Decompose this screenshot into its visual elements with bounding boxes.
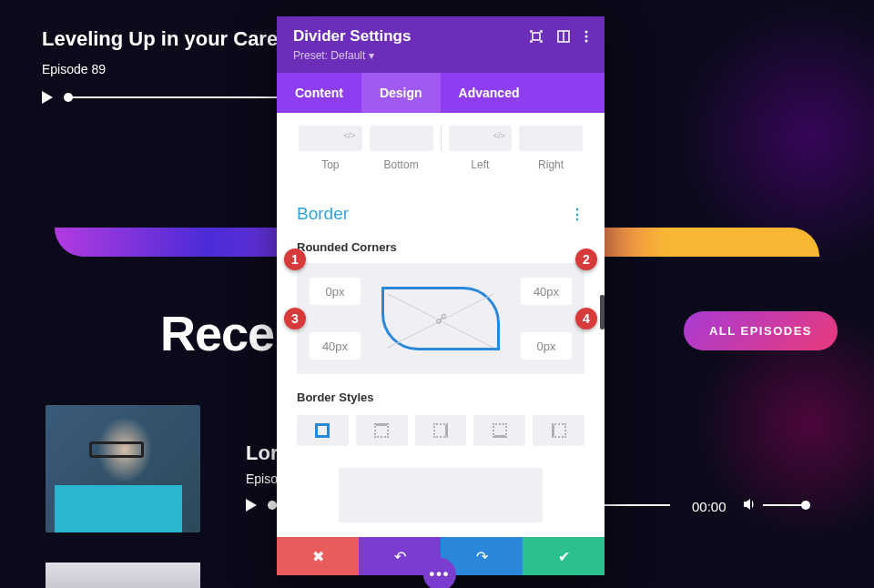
play-icon[interactable] bbox=[246, 499, 257, 512]
spacing-inputs: </> Top Bottom </> Left Right bbox=[297, 126, 584, 171]
volume-track[interactable] bbox=[763, 504, 807, 506]
border-style-top[interactable] bbox=[356, 415, 408, 446]
callout-badge-4: 4 bbox=[575, 308, 597, 329]
corner-top-right-input[interactable] bbox=[521, 278, 572, 305]
all-episodes-button[interactable]: ALL EPISODES bbox=[684, 311, 838, 350]
spacing-top-input[interactable]: </> bbox=[299, 126, 362, 151]
spacing-left-input[interactable]: </> bbox=[449, 126, 513, 151]
episode-thumbnail[interactable] bbox=[46, 405, 200, 532]
episode-title: Lor bbox=[246, 441, 278, 465]
episode-number: Episode 89 bbox=[42, 62, 106, 76]
spacing-label: Bottom bbox=[370, 158, 433, 171]
corners-preview: ⚯ bbox=[381, 287, 500, 350]
border-style-right[interactable] bbox=[415, 415, 467, 446]
spacing-label: Right bbox=[519, 158, 583, 171]
scrollbar[interactable] bbox=[600, 295, 605, 329]
border-style-bottom[interactable] bbox=[473, 415, 525, 446]
play-icon[interactable] bbox=[42, 91, 53, 104]
svg-rect-0 bbox=[533, 33, 540, 40]
spacing-label: Top bbox=[299, 158, 362, 171]
volume-knob[interactable] bbox=[801, 501, 810, 510]
save-button[interactable]: ✔ bbox=[523, 537, 605, 575]
callout-badge-2: 2 bbox=[575, 248, 597, 270]
tab-design[interactable]: Design bbox=[361, 73, 441, 113]
border-styles-row bbox=[297, 415, 584, 446]
corner-bottom-left-input[interactable] bbox=[310, 332, 361, 360]
column-icon[interactable] bbox=[557, 30, 570, 43]
progress-knob[interactable] bbox=[64, 93, 73, 102]
rounded-corners-label: Rounded Corners bbox=[297, 240, 584, 254]
border-style-all[interactable] bbox=[297, 415, 349, 446]
expand-icon[interactable] bbox=[530, 30, 543, 43]
border-section-title[interactable]: Border bbox=[297, 204, 349, 224]
corner-top-left-input[interactable] bbox=[310, 278, 361, 305]
divider-settings-modal: Divider Settings Preset: Default ▾ Conte… bbox=[277, 16, 605, 575]
volume-icon[interactable] bbox=[742, 497, 757, 512]
modal-body: </> Top Bottom </> Left Right Border ⋮ R… bbox=[277, 113, 605, 537]
callout-badge-1: 1 bbox=[284, 248, 306, 270]
modal-tabs: Content Design Advanced bbox=[277, 73, 605, 113]
svg-point-5 bbox=[585, 40, 588, 43]
corner-bottom-right-input[interactable] bbox=[521, 332, 572, 360]
modal-title: Divider Settings bbox=[293, 27, 411, 46]
spacing-right-input[interactable] bbox=[519, 126, 583, 151]
spacing-bottom-input[interactable] bbox=[370, 126, 433, 151]
callout-badge-3: 3 bbox=[284, 308, 306, 329]
tab-advanced[interactable]: Advanced bbox=[441, 73, 538, 113]
progress-knob[interactable] bbox=[268, 501, 277, 510]
svg-point-3 bbox=[585, 31, 588, 34]
cancel-button[interactable]: ✖ bbox=[277, 537, 359, 575]
episode-subtitle: Episo bbox=[246, 471, 278, 486]
tab-content[interactable]: Content bbox=[277, 73, 361, 113]
spacing-label: Left bbox=[449, 158, 513, 171]
border-styles-label: Border Styles bbox=[297, 390, 584, 404]
more-icon[interactable] bbox=[584, 30, 588, 43]
preset-dropdown[interactable]: Preset: Default ▾ bbox=[293, 49, 588, 62]
border-style-left[interactable] bbox=[533, 415, 584, 446]
border-preview bbox=[339, 468, 543, 522]
time-display: 00:00 bbox=[692, 499, 727, 514]
section-more-icon[interactable]: ⋮ bbox=[570, 206, 584, 223]
modal-header: Divider Settings Preset: Default ▾ bbox=[277, 16, 605, 73]
page-handle-button[interactable]: ••• bbox=[423, 558, 456, 588]
episode-thumbnail-partial[interactable] bbox=[46, 563, 200, 588]
svg-point-4 bbox=[585, 35, 588, 38]
rounded-corners-control: ⚯ bbox=[297, 263, 584, 374]
